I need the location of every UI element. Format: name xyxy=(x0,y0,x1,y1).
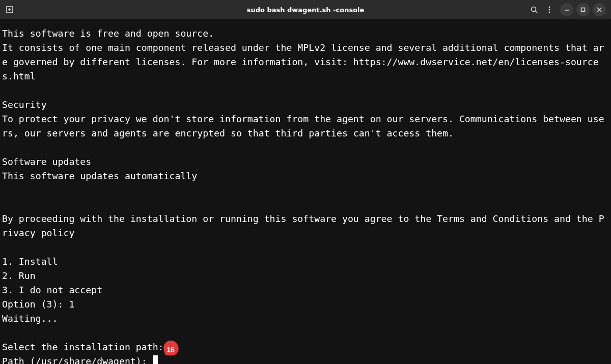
window-title: sudo bash dwagent.sh -console xyxy=(107,6,504,14)
svg-point-3 xyxy=(532,7,536,12)
svg-point-6 xyxy=(549,9,550,11)
svg-point-7 xyxy=(549,12,550,13)
search-icon[interactable] xyxy=(530,5,539,14)
close-button[interactable] xyxy=(593,3,606,16)
svg-point-5 xyxy=(549,7,550,8)
minimize-button[interactable] xyxy=(560,3,573,16)
title-bar: sudo bash dwagent.sh -console xyxy=(0,0,611,19)
terminal-prompt: Path (/usr/share/dwagent): xyxy=(2,356,153,364)
terminal-output[interactable]: This software is free and open source. I… xyxy=(0,19,611,364)
text-cursor xyxy=(153,355,158,364)
terminal-text: This software is free and open source. I… xyxy=(2,28,604,352)
maximize-button[interactable] xyxy=(576,3,590,16)
annotation-label: 16 xyxy=(166,343,175,357)
menu-icon[interactable] xyxy=(545,5,554,14)
annotation-marker: 16 xyxy=(162,340,179,357)
new-tab-icon[interactable] xyxy=(5,5,14,14)
svg-rect-9 xyxy=(581,8,585,12)
svg-line-4 xyxy=(536,11,538,13)
